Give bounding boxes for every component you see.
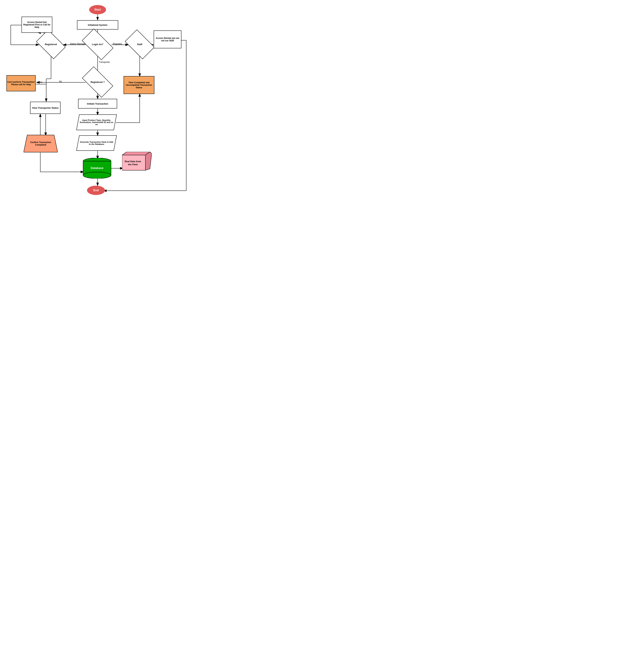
generate-hash-node: Generate Transaction Hash & Add to the D… bbox=[76, 135, 117, 151]
confirm-transaction-label: Confirm Transaction Completed bbox=[24, 141, 58, 146]
svg-text:Database: Database bbox=[91, 166, 104, 169]
staff-label: Staff bbox=[136, 42, 143, 46]
svg-text:Real Data from: Real Data from bbox=[125, 160, 141, 163]
label-transporter: Transporter bbox=[99, 61, 110, 63]
registered-left-label: Registered bbox=[44, 42, 58, 46]
label-yes-left: Yes bbox=[39, 81, 42, 84]
svg-marker-44 bbox=[145, 152, 152, 170]
cant-perform-node: Can't perform Transaction! Please call f… bbox=[6, 75, 36, 91]
access-denied-right-node: Access Denied you are not our Staff bbox=[154, 30, 181, 48]
svg-point-40 bbox=[83, 172, 111, 179]
generate-hash-label: Generate Transaction Hash & Add to the D… bbox=[76, 141, 117, 145]
real-data-node: Real Data from the Fleet bbox=[122, 152, 152, 171]
confirm-transaction-node: Confirm Transaction Completed bbox=[24, 135, 58, 152]
input-product-node: Input Product Type, Quantity, Destinatio… bbox=[76, 114, 117, 130]
staff-diamond: Staff bbox=[127, 36, 152, 53]
login-as-label: Login As? bbox=[91, 42, 104, 46]
start-node: Start bbox=[89, 5, 106, 14]
login-as-diamond: Login As? bbox=[84, 36, 111, 53]
label-regulator: Regulator bbox=[113, 43, 122, 45]
flowchart: Station Manager Regulator Transporter No… bbox=[0, 0, 197, 197]
access-denied-left-node: Access Denied Get Registered First or Ca… bbox=[22, 17, 52, 33]
initialized-system-node: Initialized System bbox=[77, 20, 118, 29]
label-station-manager: Station Manager bbox=[70, 43, 86, 45]
initiate-transaction-node: Initiate Transaction bbox=[78, 99, 117, 109]
registered-left-diamond: Registered bbox=[39, 36, 63, 53]
view-completed-node: View Completed and Uncompleted Transacti… bbox=[123, 76, 154, 94]
view-transporter-node: View Transporter Status bbox=[30, 102, 61, 114]
database-node: Database bbox=[83, 158, 111, 179]
registered-q-diamond: Registered ? bbox=[84, 74, 111, 90]
end-node: End bbox=[87, 186, 105, 195]
input-product-label: Input Product Type, Quantity, Destinatio… bbox=[76, 119, 117, 125]
svg-marker-43 bbox=[122, 152, 150, 155]
registered-q-label: Registered ? bbox=[90, 80, 106, 84]
svg-text:the Fleet: the Fleet bbox=[128, 163, 138, 166]
label-no-registered: No bbox=[59, 80, 62, 83]
